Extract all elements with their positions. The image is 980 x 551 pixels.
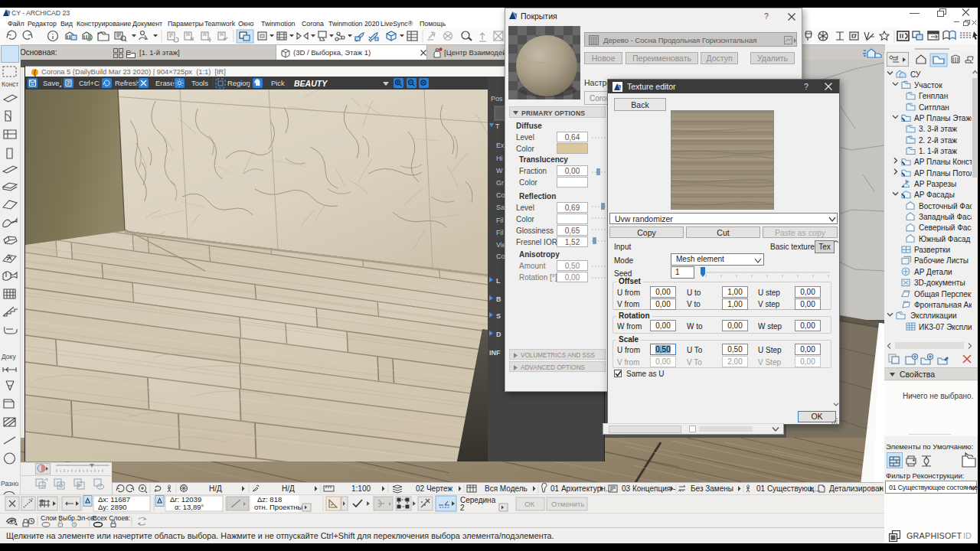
svg-text:Save: Save xyxy=(43,79,59,87)
svg-text:B: B xyxy=(496,295,501,303)
svg-text:Co: Co xyxy=(496,253,505,260)
svg-text:2: 2 xyxy=(460,504,465,512)
svg-text:АР Планы Конструкти: АР Планы Конструкти xyxy=(914,158,972,166)
svg-text:Region: Region xyxy=(227,79,250,87)
svg-text:L: L xyxy=(496,277,501,285)
svg-text:Общая Перспектива: Общая Перспектива xyxy=(914,290,972,298)
svg-text:Генплан: Генплан xyxy=(919,92,948,100)
svg-text:02 Чертеж: 02 Чертеж xyxy=(416,484,452,493)
svg-text:03 Концепция - ...: 03 Концепция - ... xyxy=(622,484,684,493)
svg-text:СУ: СУ xyxy=(910,70,921,79)
svg-text:Развертки: Развертки xyxy=(914,246,950,254)
svg-text:Fil: Fil xyxy=(496,229,504,236)
svg-text:Вся Модель: Вся Модель xyxy=(485,484,528,493)
svg-text:INF: INF xyxy=(489,349,501,357)
svg-text:Ex: Ex xyxy=(496,142,505,149)
svg-text:Середина: Середина xyxy=(460,496,496,504)
svg-text:Ctrl+C: Ctrl+C xyxy=(79,79,100,87)
svg-text:S: S xyxy=(496,312,501,320)
svg-text:Tools: Tools xyxy=(191,79,208,87)
svg-text:АР Детали: АР Детали xyxy=(914,268,952,276)
svg-text:ОК: ОК xyxy=(524,500,534,508)
svg-text:Доку: Доку xyxy=(2,353,16,360)
svg-text:Экспликации: Экспликации xyxy=(910,311,957,320)
svg-text:Sa: Sa xyxy=(496,204,505,211)
svg-text:Δy: 2890: Δy: 2890 xyxy=(98,503,127,511)
svg-text:Gr: Gr xyxy=(496,179,504,187)
svg-text:3D-документы: 3D-документы xyxy=(914,279,965,287)
svg-text:BEAUTY: BEAUTY xyxy=(294,79,328,88)
svg-text:α: 13,89°: α: 13,89° xyxy=(175,503,204,511)
svg-text:Южный Фасад: Южный Фасад xyxy=(919,235,971,243)
svg-text:1:100: 1:100 xyxy=(351,484,371,493)
svg-text:отн. Проектны...: отн. Проектны... xyxy=(254,503,309,511)
svg-text:Ситплан: Ситплан xyxy=(919,103,949,112)
svg-text:Fil: Fil xyxy=(496,217,504,224)
svg-text:АР Планы Этажей: АР Планы Этажей xyxy=(914,114,972,122)
svg-text:Конст: Конст xyxy=(2,80,19,88)
svg-text:АР Планы Потолков: АР Планы Потолков xyxy=(914,169,972,178)
svg-text:Слои Выбр.Эл-ов:: Слои Выбр.Эл-ов: xyxy=(41,514,96,522)
svg-text:Восточный Фасад: Восточный Фасад xyxy=(919,202,972,210)
svg-text:Северный Фасад: Северный Фасад xyxy=(919,223,972,232)
svg-text:Pick: Pick xyxy=(271,79,285,87)
svg-text:2. 2-й этаж: 2. 2-й этаж xyxy=(919,136,957,145)
svg-text:Н/Д: Н/Д xyxy=(282,484,295,493)
svg-text:Западный Фасад: Западный Фасад xyxy=(919,213,972,221)
svg-text:Всех Слоев:: Всех Слоев: xyxy=(93,514,130,522)
svg-text:1. 1-й этаж: 1. 1-й этаж xyxy=(919,147,957,155)
svg-text:АР Разрезы: АР Разрезы xyxy=(914,180,956,188)
svg-text:T: T xyxy=(495,122,500,130)
svg-text:Участок: Участок xyxy=(914,81,942,90)
svg-text:3. 3-й этаж: 3. 3-й этаж xyxy=(919,125,957,133)
svg-text:ИКЗ-07 Экспликаци: ИКЗ-07 Экспликаци xyxy=(919,323,972,331)
svg-text:Н/Д: Н/Д xyxy=(209,484,222,493)
svg-text:Детализирован...: Детализирован... xyxy=(829,484,884,493)
svg-text:АР Фасады: АР Фасады xyxy=(914,191,955,199)
svg-text:D: D xyxy=(496,331,501,338)
svg-text:Разно: Разно xyxy=(1,480,19,487)
svg-text:Фронтальная Аксоно: Фронтальная Аксоно xyxy=(914,301,972,309)
svg-text:Без Замены: Без Замены xyxy=(691,484,733,493)
svg-text:Erase: Erase xyxy=(155,79,175,87)
svg-text:W: W xyxy=(496,167,503,174)
svg-text:Pos: Pos xyxy=(491,95,503,103)
svg-text:Рабочие Листы: Рабочие Листы xyxy=(914,256,969,265)
svg-text:Отменить: Отменить xyxy=(551,500,584,508)
svg-text:Co: Co xyxy=(496,191,505,199)
svg-text:Hi: Hi xyxy=(496,155,503,162)
